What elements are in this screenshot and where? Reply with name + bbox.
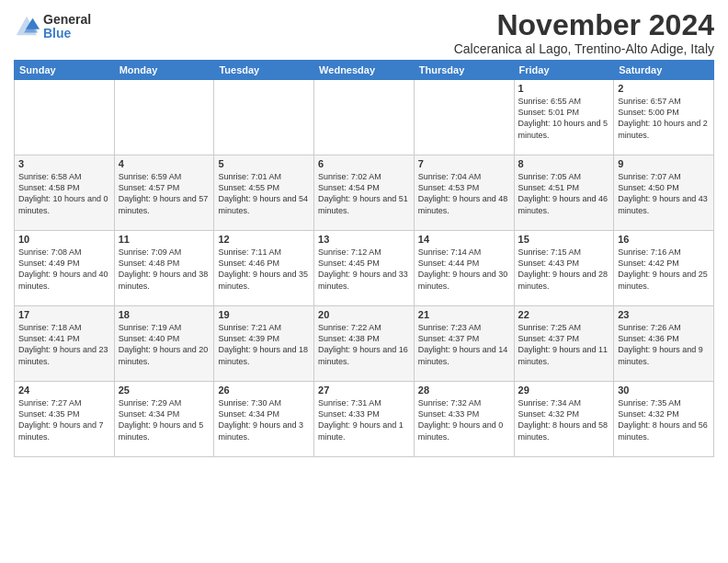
day-number: 5 <box>218 158 310 169</box>
day-number: 8 <box>518 158 610 169</box>
day-number: 24 <box>18 385 110 396</box>
day-info: Sunrise: 6:57 AM Sunset: 5:00 PM Dayligh… <box>618 96 710 141</box>
calendar-day-cell: 7Sunrise: 7:04 AM Sunset: 4:53 PM Daylig… <box>414 155 514 231</box>
day-number: 22 <box>518 309 610 320</box>
day-info: Sunrise: 7:32 AM Sunset: 4:33 PM Dayligh… <box>418 397 510 442</box>
day-info: Sunrise: 7:05 AM Sunset: 4:51 PM Dayligh… <box>518 171 610 216</box>
calendar-day-cell: 15Sunrise: 7:15 AM Sunset: 4:43 PM Dayli… <box>514 231 614 306</box>
day-info: Sunrise: 7:11 AM Sunset: 4:46 PM Dayligh… <box>218 247 310 292</box>
day-number: 9 <box>618 158 710 169</box>
day-number: 10 <box>18 234 110 245</box>
day-number: 26 <box>218 385 310 396</box>
col-header-tuesday: Tuesday <box>214 61 314 80</box>
day-number: 1 <box>518 83 610 94</box>
day-info: Sunrise: 7:02 AM Sunset: 4:54 PM Dayligh… <box>318 171 410 216</box>
day-info: Sunrise: 7:35 AM Sunset: 4:32 PM Dayligh… <box>618 397 710 442</box>
calendar-day-cell: 19Sunrise: 7:21 AM Sunset: 4:39 PM Dayli… <box>214 306 314 382</box>
calendar-day-cell: 5Sunrise: 7:01 AM Sunset: 4:55 PM Daylig… <box>214 155 314 231</box>
calendar-day-cell: 21Sunrise: 7:23 AM Sunset: 4:37 PM Dayli… <box>414 306 514 382</box>
day-info: Sunrise: 7:14 AM Sunset: 4:44 PM Dayligh… <box>418 247 510 292</box>
day-number: 19 <box>218 309 310 320</box>
logo: General Blue <box>14 13 91 41</box>
month-title: November 2024 <box>454 9 714 41</box>
day-number: 18 <box>119 309 210 320</box>
calendar-day-cell: 10Sunrise: 7:08 AM Sunset: 4:49 PM Dayli… <box>15 231 115 306</box>
calendar-day-cell <box>314 80 415 155</box>
day-number: 12 <box>218 234 310 245</box>
calendar-day-cell: 23Sunrise: 7:26 AM Sunset: 4:36 PM Dayli… <box>614 306 714 382</box>
day-info: Sunrise: 7:23 AM Sunset: 4:37 PM Dayligh… <box>418 322 510 367</box>
calendar-day-cell: 14Sunrise: 7:14 AM Sunset: 4:44 PM Dayli… <box>414 231 514 306</box>
calendar-week-row: 24Sunrise: 7:27 AM Sunset: 4:35 PM Dayli… <box>15 382 714 457</box>
calendar-day-cell: 2Sunrise: 6:57 AM Sunset: 5:00 PM Daylig… <box>614 80 714 155</box>
calendar-week-row: 3Sunrise: 6:58 AM Sunset: 4:58 PM Daylig… <box>15 155 714 231</box>
day-info: Sunrise: 6:58 AM Sunset: 4:58 PM Dayligh… <box>18 171 110 216</box>
day-info: Sunrise: 7:01 AM Sunset: 4:55 PM Dayligh… <box>218 171 310 216</box>
day-number: 25 <box>119 385 210 396</box>
day-info: Sunrise: 7:16 AM Sunset: 4:42 PM Dayligh… <box>618 247 710 292</box>
calendar-week-row: 1Sunrise: 6:55 AM Sunset: 5:01 PM Daylig… <box>15 80 714 155</box>
calendar-day-cell: 18Sunrise: 7:19 AM Sunset: 4:40 PM Dayli… <box>114 306 214 382</box>
day-number: 14 <box>418 234 510 245</box>
day-info: Sunrise: 7:12 AM Sunset: 4:45 PM Dayligh… <box>318 247 410 292</box>
day-number: 11 <box>119 234 210 245</box>
day-info: Sunrise: 7:29 AM Sunset: 4:34 PM Dayligh… <box>119 397 210 442</box>
calendar-day-cell: 1Sunrise: 6:55 AM Sunset: 5:01 PM Daylig… <box>514 80 614 155</box>
location-title: Calceranica al Lago, Trentino-Alto Adige… <box>454 41 714 56</box>
day-info: Sunrise: 7:26 AM Sunset: 4:36 PM Dayligh… <box>618 322 710 367</box>
calendar-week-row: 10Sunrise: 7:08 AM Sunset: 4:49 PM Dayli… <box>15 231 714 306</box>
calendar-day-cell <box>15 80 115 155</box>
day-number: 7 <box>418 158 510 169</box>
calendar-day-cell: 11Sunrise: 7:09 AM Sunset: 4:48 PM Dayli… <box>114 231 214 306</box>
day-info: Sunrise: 7:15 AM Sunset: 4:43 PM Dayligh… <box>518 247 610 292</box>
calendar-day-cell: 22Sunrise: 7:25 AM Sunset: 4:37 PM Dayli… <box>514 306 614 382</box>
col-header-thursday: Thursday <box>414 61 514 80</box>
day-info: Sunrise: 7:09 AM Sunset: 4:48 PM Dayligh… <box>119 247 210 292</box>
day-info: Sunrise: 7:27 AM Sunset: 4:35 PM Dayligh… <box>18 397 110 442</box>
day-info: Sunrise: 7:22 AM Sunset: 4:38 PM Dayligh… <box>318 322 410 367</box>
calendar-day-cell: 16Sunrise: 7:16 AM Sunset: 4:42 PM Dayli… <box>614 231 714 306</box>
day-number: 2 <box>618 83 710 94</box>
day-number: 20 <box>318 309 410 320</box>
day-info: Sunrise: 7:04 AM Sunset: 4:53 PM Dayligh… <box>418 171 510 216</box>
calendar-day-cell: 27Sunrise: 7:31 AM Sunset: 4:33 PM Dayli… <box>314 382 415 457</box>
day-info: Sunrise: 7:18 AM Sunset: 4:41 PM Dayligh… <box>18 322 110 367</box>
calendar-day-cell <box>114 80 214 155</box>
calendar-day-cell: 20Sunrise: 7:22 AM Sunset: 4:38 PM Dayli… <box>314 306 415 382</box>
calendar-day-cell <box>214 80 314 155</box>
day-info: Sunrise: 7:21 AM Sunset: 4:39 PM Dayligh… <box>218 322 310 367</box>
calendar-day-cell: 25Sunrise: 7:29 AM Sunset: 4:34 PM Dayli… <box>114 382 214 457</box>
day-info: Sunrise: 7:30 AM Sunset: 4:34 PM Dayligh… <box>218 397 310 442</box>
day-number: 6 <box>318 158 410 169</box>
calendar-day-cell: 13Sunrise: 7:12 AM Sunset: 4:45 PM Dayli… <box>314 231 415 306</box>
calendar-day-cell: 4Sunrise: 6:59 AM Sunset: 4:57 PM Daylig… <box>114 155 214 231</box>
day-number: 16 <box>618 234 710 245</box>
day-number: 28 <box>418 385 510 396</box>
calendar-day-cell: 29Sunrise: 7:34 AM Sunset: 4:32 PM Dayli… <box>514 382 614 457</box>
calendar-day-cell: 30Sunrise: 7:35 AM Sunset: 4:32 PM Dayli… <box>614 382 714 457</box>
day-info: Sunrise: 7:07 AM Sunset: 4:50 PM Dayligh… <box>618 171 710 216</box>
day-number: 29 <box>518 385 610 396</box>
day-info: Sunrise: 7:25 AM Sunset: 4:37 PM Dayligh… <box>518 322 610 367</box>
calendar-day-cell: 3Sunrise: 6:58 AM Sunset: 4:58 PM Daylig… <box>15 155 115 231</box>
logo-icon <box>14 14 40 40</box>
calendar-day-cell: 28Sunrise: 7:32 AM Sunset: 4:33 PM Dayli… <box>414 382 514 457</box>
day-number: 4 <box>119 158 210 169</box>
day-info: Sunrise: 7:19 AM Sunset: 4:40 PM Dayligh… <box>119 322 210 367</box>
day-number: 21 <box>418 309 510 320</box>
day-number: 27 <box>318 385 410 396</box>
day-number: 17 <box>18 309 110 320</box>
col-header-wednesday: Wednesday <box>314 61 415 80</box>
calendar-day-cell <box>414 80 514 155</box>
logo-general-text: General <box>43 13 91 27</box>
logo-blue-text: Blue <box>43 27 91 40</box>
title-section: November 2024 Calceranica al Lago, Trent… <box>454 9 714 56</box>
calendar-table: SundayMondayTuesdayWednesdayThursdayFrid… <box>14 60 714 457</box>
day-number: 3 <box>18 158 110 169</box>
day-number: 13 <box>318 234 410 245</box>
calendar-header-row: SundayMondayTuesdayWednesdayThursdayFrid… <box>15 61 714 80</box>
day-info: Sunrise: 6:55 AM Sunset: 5:01 PM Dayligh… <box>518 96 610 141</box>
col-header-sunday: Sunday <box>15 61 115 80</box>
day-info: Sunrise: 7:31 AM Sunset: 4:33 PM Dayligh… <box>318 397 410 442</box>
calendar-day-cell: 8Sunrise: 7:05 AM Sunset: 4:51 PM Daylig… <box>514 155 614 231</box>
